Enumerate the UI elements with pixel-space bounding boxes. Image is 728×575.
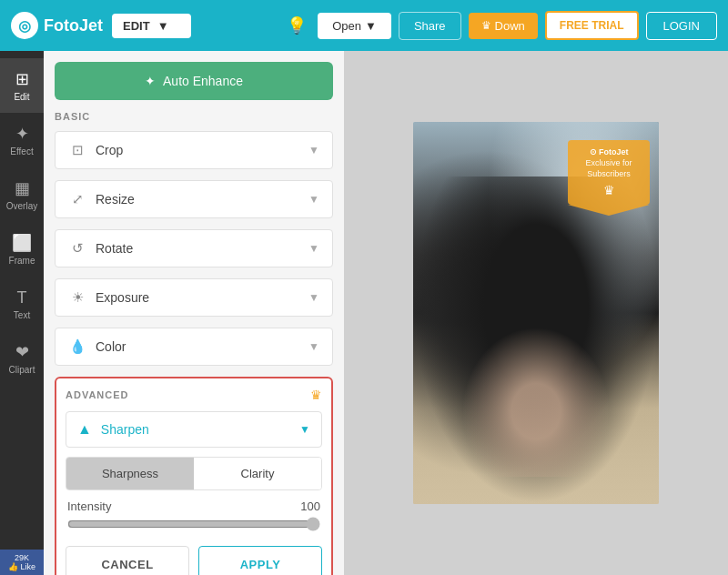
bulb-icon: 💡 bbox=[287, 15, 307, 35]
logo-text: FotoJet bbox=[44, 16, 103, 35]
sidebar-item-clipart[interactable]: ❤ Clipart bbox=[0, 331, 44, 386]
login-button[interactable]: LOGIN bbox=[646, 12, 717, 40]
clipart-icon: ❤ bbox=[15, 342, 29, 362]
sidebar-icons: ⊞ Edit ✦ Effect ▦ Overlay ⬜ Frame T Text… bbox=[0, 51, 44, 575]
watermark-crown-icon: ♛ bbox=[577, 183, 641, 197]
sharpen-tabs: Sharpness Clarity bbox=[66, 457, 322, 490]
main-layout: ⊞ Edit ✦ Effect ▦ Overlay ⬜ Frame T Text… bbox=[0, 51, 728, 575]
resize-chevron-icon: ▼ bbox=[308, 193, 319, 206]
header-right: 💡 Open ▼ Share ♛ Down FREE TRIAL LOGIN bbox=[287, 11, 717, 40]
crop-tool[interactable]: ⊡ Crop ▼ bbox=[55, 131, 333, 169]
advanced-section-label: ADVANCED bbox=[66, 389, 310, 400]
sidebar-label-edit: Edit bbox=[14, 92, 29, 102]
rotate-chevron-icon: ▼ bbox=[308, 242, 319, 255]
tab-sharpness[interactable]: Sharpness bbox=[66, 458, 194, 489]
sidebar-item-effect[interactable]: ✦ Effect bbox=[0, 113, 44, 167]
rotate-tool[interactable]: ↺ Rotate ▼ bbox=[55, 229, 333, 267]
sharpen-chevron-icon: ▼ bbox=[299, 423, 310, 436]
edit-label: EDIT bbox=[123, 19, 150, 33]
share-button[interactable]: Share bbox=[399, 12, 461, 40]
exposure-tool[interactable]: ☀ Exposure ▼ bbox=[55, 278, 333, 317]
intensity-row: Intensity 100 bbox=[66, 499, 322, 513]
crop-chevron-icon: ▼ bbox=[308, 144, 319, 156]
exposure-chevron-icon: ▼ bbox=[308, 291, 319, 304]
photo-container: ⊙ FotoJet Exclusive for Subscribers ♛ bbox=[413, 122, 659, 504]
exposure-icon: ☀ bbox=[68, 289, 86, 306]
logo-icon: ◎ bbox=[11, 12, 38, 39]
auto-enhance-icon: ✦ bbox=[145, 74, 156, 88]
header: ◎ FotoJet EDIT ▼ 💡 Open ▼ Share ♛ Down F… bbox=[0, 0, 728, 51]
edit-dropdown[interactable]: EDIT ▼ bbox=[112, 14, 191, 38]
advanced-header: ADVANCED ♛ bbox=[66, 388, 322, 402]
facebook-like[interactable]: 29K 👍 Like bbox=[0, 550, 44, 575]
sidebar-item-edit[interactable]: ⊞ Edit bbox=[0, 58, 44, 113]
resize-tool[interactable]: ⤢ Resize ▼ bbox=[55, 180, 333, 218]
sidebar-label-clipart: Clipart bbox=[9, 365, 35, 375]
exposure-label: Exposure bbox=[96, 290, 308, 305]
watermark-text-line1: Exclusive for bbox=[577, 158, 641, 169]
download-button[interactable]: ♛ Down bbox=[469, 13, 538, 39]
rotate-icon: ↺ bbox=[68, 240, 86, 257]
cancel-button[interactable]: CANCEL bbox=[66, 546, 189, 575]
advanced-section: ADVANCED ♛ ▲ Sharpen ▼ Sharpness Clarity… bbox=[55, 377, 333, 575]
sharpen-label: Sharpen bbox=[101, 422, 299, 437]
intensity-value: 100 bbox=[300, 499, 320, 513]
photo-image: ⊙ FotoJet Exclusive for Subscribers ♛ bbox=[413, 122, 659, 504]
canvas-area: ⊙ FotoJet Exclusive for Subscribers ♛ bbox=[344, 51, 728, 575]
frame-icon: ⬜ bbox=[12, 233, 32, 253]
color-tool[interactable]: 💧 Color ▼ bbox=[55, 328, 333, 366]
open-button[interactable]: Open ▼ bbox=[318, 13, 391, 39]
color-label: Color bbox=[96, 339, 308, 354]
tab-clarity[interactable]: Clarity bbox=[194, 458, 321, 489]
sidebar-label-text: Text bbox=[14, 310, 30, 320]
action-row: CANCEL APPLY bbox=[66, 546, 322, 575]
watermark-logo: ⊙ FotoJet bbox=[577, 147, 641, 156]
sharpen-tool[interactable]: ▲ Sharpen ▼ bbox=[66, 411, 322, 448]
free-trial-button[interactable]: FREE TRIAL bbox=[545, 11, 639, 40]
sidebar-bottom: 29K 👍 Like bbox=[0, 550, 44, 575]
watermark-triangle-decoration bbox=[568, 205, 650, 216]
intensity-slider-container bbox=[66, 517, 322, 535]
apply-button[interactable]: APPLY bbox=[198, 546, 322, 575]
tools-panel: ✦ Auto Enhance BASIC ⊡ Crop ▼ ⤢ Resize ▼… bbox=[44, 51, 344, 575]
intensity-label: Intensity bbox=[67, 499, 111, 513]
logo-area: ◎ FotoJet bbox=[11, 12, 103, 39]
watermark-text-line2: Subscribers bbox=[577, 169, 641, 180]
edit-chevron-icon: ▼ bbox=[157, 19, 169, 33]
sidebar-item-text[interactable]: T Text bbox=[0, 277, 44, 331]
crop-label: Crop bbox=[96, 143, 308, 157]
sidebar-label-frame: Frame bbox=[9, 256, 35, 266]
open-chevron-icon: ▼ bbox=[365, 19, 377, 33]
resize-label: Resize bbox=[96, 192, 308, 207]
watermark: ⊙ FotoJet Exclusive for Subscribers ♛ bbox=[568, 140, 650, 205]
color-icon: 💧 bbox=[68, 338, 86, 355]
overlay-icon: ▦ bbox=[15, 178, 30, 198]
sidebar-label-overlay: Overlay bbox=[6, 201, 37, 211]
basic-section-label: BASIC bbox=[55, 111, 333, 122]
sidebar-label-effect: Effect bbox=[10, 146, 33, 156]
edit-icon: ⊞ bbox=[15, 69, 29, 89]
resize-icon: ⤢ bbox=[68, 191, 86, 207]
crown-badge-icon: ♛ bbox=[481, 19, 491, 32]
effect-icon: ✦ bbox=[15, 124, 29, 144]
crop-icon: ⊡ bbox=[68, 142, 86, 158]
sidebar-item-overlay[interactable]: ▦ Overlay bbox=[0, 167, 44, 222]
sidebar-item-frame[interactable]: ⬜ Frame bbox=[0, 222, 44, 277]
color-chevron-icon: ▼ bbox=[308, 340, 319, 353]
rotate-label: Rotate bbox=[96, 241, 308, 256]
sharpen-icon: ▲ bbox=[77, 421, 92, 438]
text-icon: T bbox=[17, 288, 27, 308]
advanced-crown-icon: ♛ bbox=[310, 388, 322, 402]
auto-enhance-button[interactable]: ✦ Auto Enhance bbox=[55, 62, 333, 100]
intensity-slider[interactable] bbox=[67, 517, 320, 531]
